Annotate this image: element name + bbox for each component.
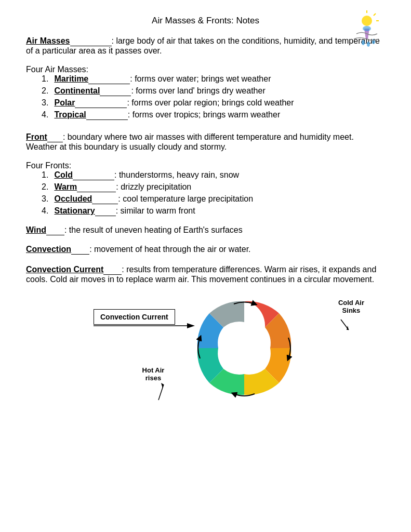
occluded-front-term: Occluded bbox=[54, 194, 92, 203]
svg-line-2 bbox=[374, 14, 376, 16]
page-title: Air Masses & Fronts: Notes bbox=[152, 16, 259, 26]
convection-ring-svg bbox=[192, 296, 296, 400]
continental-term: Continental bbox=[54, 86, 100, 95]
convection-term: Convection bbox=[26, 245, 71, 254]
hot-air-text: Hot Airrises bbox=[142, 366, 165, 382]
cold-front-desc: : thunderstorms, heavy rain, snow bbox=[114, 170, 239, 179]
list-item: 4. Stationary : similar to warm front bbox=[42, 206, 385, 216]
header-icon bbox=[349, 10, 385, 47]
convection-section: Convection : movement of heat through th… bbox=[26, 245, 385, 255]
convection-def: : movement of heat through the air or wa… bbox=[89, 245, 250, 254]
svg-point-6 bbox=[362, 40, 365, 45]
list-item: 1. Cold : thunderstorms, heavy rain, sno… bbox=[42, 170, 385, 180]
occluded-front-desc: : cool temperature large precipitation bbox=[118, 194, 253, 203]
wind-section: Wind : the result of uneven heating of E… bbox=[26, 225, 385, 235]
svg-point-7 bbox=[367, 42, 370, 47]
four-air-masses-section: Four Air Masses: 1. Maritime : forms ove… bbox=[26, 65, 385, 120]
front-definition: Front : boundary where two air masses wi… bbox=[26, 132, 385, 152]
list-item: 3. Occluded : cool temperature large pre… bbox=[42, 194, 385, 204]
list-item: 2. Continental : forms over land' brings… bbox=[42, 86, 385, 96]
convection-current-text: Convection Current : results from temper… bbox=[26, 265, 385, 284]
stationary-front-desc: : similar to warm front bbox=[116, 206, 195, 215]
hot-air-arrow bbox=[140, 382, 166, 403]
convection-diagram: Convection Current Hot Airrises Cold Air… bbox=[26, 294, 385, 413]
four-air-masses-intro: Four Air Masses: bbox=[26, 65, 385, 74]
hot-air-label: Hot Airrises bbox=[140, 366, 166, 403]
convection-text: Convection : movement of heat through th… bbox=[26, 245, 385, 255]
continental-desc: : forms over land' brings dry weather bbox=[131, 86, 265, 95]
wind-def: : the result of uneven heating of Earth'… bbox=[64, 225, 243, 234]
tropical-term: Tropical bbox=[54, 110, 86, 119]
list-item: 2. Warm : drizzly precipitation bbox=[42, 182, 385, 192]
warm-front-desc: : drizzly precipitation bbox=[116, 182, 191, 191]
stationary-front-term: Stationary bbox=[54, 206, 95, 215]
tropical-desc: : forms over tropics; brings warm weathe… bbox=[128, 110, 280, 119]
air-masses-term: Air Masses bbox=[26, 36, 70, 45]
convection-current-term: Convection Current bbox=[26, 265, 103, 274]
air-masses-definition: Air Masses : large body of air that take… bbox=[26, 36, 385, 56]
list-item: 3. Polar : forms over polar region; brin… bbox=[42, 98, 385, 108]
convection-current-box: Convection Current bbox=[94, 309, 175, 325]
svg-point-15 bbox=[218, 322, 270, 374]
maritime-desc: : forms over water; brings wet weather bbox=[130, 74, 271, 83]
page-header: Air Masses & Fronts: Notes bbox=[26, 16, 385, 26]
maritime-term: Maritime bbox=[54, 74, 88, 83]
air-masses-def-text: Air Masses : large body of air that take… bbox=[26, 36, 385, 56]
fronts-list: 1. Cold : thunderstorms, heavy rain, sno… bbox=[26, 170, 385, 216]
svg-point-0 bbox=[362, 16, 372, 26]
cold-air-arrow bbox=[338, 314, 364, 335]
air-masses-list: 1. Maritime : forms over water; brings w… bbox=[26, 74, 385, 120]
list-item: 1. Maritime : forms over water; brings w… bbox=[42, 74, 385, 84]
warm-front-term: Warm bbox=[54, 182, 77, 191]
front-def-text: Front : boundary where two air masses wi… bbox=[26, 132, 385, 152]
convection-current-section: Convection Current : results from temper… bbox=[26, 265, 385, 284]
air-masses-blank bbox=[70, 36, 112, 46]
wind-text: Wind : the result of uneven heating of E… bbox=[26, 225, 385, 235]
cold-front-term: Cold bbox=[54, 170, 73, 179]
front-def: : boundary where two air masses with dif… bbox=[26, 132, 354, 151]
wind-term: Wind bbox=[26, 225, 46, 234]
front-term: Front bbox=[26, 132, 47, 141]
cold-air-text: Cold AirSinks bbox=[338, 299, 364, 314]
polar-desc: : forms over polar region; brings cold w… bbox=[127, 98, 294, 107]
four-fronts-intro: Four Fronts: bbox=[26, 161, 385, 170]
svg-point-5 bbox=[363, 26, 371, 31]
convection-box-label: Convection Current bbox=[100, 313, 168, 321]
cold-air-label: Cold AirSinks bbox=[338, 299, 364, 335]
list-item: 4. Tropical : forms over tropics; brings… bbox=[42, 110, 385, 120]
four-fronts-section: Four Fronts: 1. Cold : thunderstorms, he… bbox=[26, 161, 385, 216]
polar-term: Polar bbox=[54, 98, 75, 107]
